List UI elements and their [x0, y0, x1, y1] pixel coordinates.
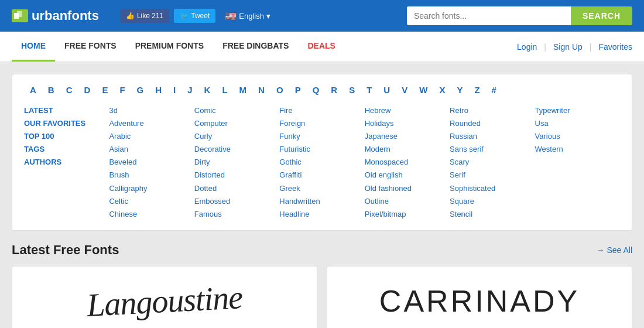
- cat-old-english[interactable]: Old english: [365, 169, 450, 182]
- alpha-c[interactable]: C: [60, 84, 78, 96]
- like-button[interactable]: 👍 Like 211: [120, 9, 169, 23]
- tags-link[interactable]: TAGS: [24, 143, 109, 156]
- cat-japanese[interactable]: Japanese: [365, 130, 450, 143]
- alpha-e[interactable]: E: [96, 84, 114, 96]
- top100-link[interactable]: TOP 100: [24, 130, 109, 143]
- cat-brush[interactable]: Brush: [109, 169, 194, 182]
- language-selector[interactable]: 🇺🇸 English ▾: [225, 11, 270, 22]
- alpha-i[interactable]: I: [167, 84, 181, 96]
- cat-western[interactable]: Western: [535, 143, 620, 156]
- cat-computer[interactable]: Computer: [194, 117, 279, 130]
- cat-gothic[interactable]: Gothic: [279, 156, 364, 169]
- cat-pixel-bitmap[interactable]: Pixel/bitmap: [365, 208, 450, 221]
- nav-item-premium-fonts[interactable]: PREMIUM FONTS: [126, 32, 213, 62]
- cat-graffiti[interactable]: Graffiti: [279, 169, 364, 182]
- logo[interactable]: urbanfonts: [12, 8, 99, 23]
- alpha-j[interactable]: J: [181, 84, 198, 96]
- cat-decorative[interactable]: Decorative: [194, 143, 279, 156]
- alpha-p[interactable]: P: [289, 84, 307, 96]
- cat-russian[interactable]: Russian: [450, 130, 535, 143]
- login-link[interactable]: Login: [517, 42, 537, 52]
- cat-rounded[interactable]: Rounded: [450, 117, 535, 130]
- cat-holidays[interactable]: Holidays: [365, 117, 450, 130]
- cat-futuristic[interactable]: Futuristic: [279, 143, 364, 156]
- cat-monospaced[interactable]: Monospaced: [365, 156, 450, 169]
- alpha-s[interactable]: S: [343, 84, 361, 96]
- alpha-m[interactable]: M: [234, 84, 253, 96]
- cat-stencil[interactable]: Stencil: [450, 208, 535, 221]
- cat-various[interactable]: Various: [535, 130, 620, 143]
- cat-modern[interactable]: Modern: [365, 143, 450, 156]
- cat-famous[interactable]: Famous: [194, 208, 279, 221]
- alpha-a[interactable]: A: [24, 84, 42, 96]
- cat-hebrew[interactable]: Hebrew: [365, 104, 450, 117]
- alpha-hash[interactable]: #: [486, 84, 502, 96]
- cat-foreign[interactable]: Foreign: [279, 117, 364, 130]
- latest-link[interactable]: LATEST: [24, 104, 109, 117]
- cat-typewriter[interactable]: Typewriter: [535, 104, 620, 117]
- alpha-g[interactable]: G: [131, 84, 150, 96]
- cat-greek[interactable]: Greek: [279, 182, 364, 195]
- font-card-langoustine[interactable]: Langoustine: [12, 266, 317, 328]
- nav-item-free-fonts[interactable]: FREE FONTS: [55, 32, 126, 62]
- alpha-f[interactable]: F: [114, 84, 131, 96]
- tweet-button[interactable]: 🐦 Tweet: [174, 9, 215, 23]
- font-card-carrinady[interactable]: CARRINADY: [327, 266, 632, 328]
- cat-scary[interactable]: Scary: [450, 156, 535, 169]
- alpha-u[interactable]: U: [378, 84, 396, 96]
- cat-distorted[interactable]: Distorted: [194, 169, 279, 182]
- alpha-t[interactable]: T: [361, 84, 378, 96]
- cat-3d[interactable]: 3d: [109, 104, 194, 117]
- our-favorites-link[interactable]: OUR FAVORITES: [24, 117, 109, 130]
- cat-dotted[interactable]: Dotted: [194, 182, 279, 195]
- alpha-y[interactable]: Y: [451, 84, 468, 96]
- authors-link[interactable]: AUTHORS: [24, 156, 109, 169]
- cat-embossed[interactable]: Embossed: [194, 195, 279, 208]
- cat-handwritten[interactable]: Handwritten: [279, 195, 364, 208]
- cat-dirty[interactable]: Dirty: [194, 156, 279, 169]
- category-col-2: Comic Computer Curly Decorative Dirty Di…: [194, 104, 279, 221]
- search-input[interactable]: [407, 6, 571, 25]
- cat-serif[interactable]: Serif: [450, 169, 535, 182]
- cat-arabic[interactable]: Arabic: [109, 130, 194, 143]
- cat-fire[interactable]: Fire: [279, 104, 364, 117]
- alpha-o[interactable]: O: [270, 84, 289, 96]
- cat-square[interactable]: Square: [450, 195, 535, 208]
- alpha-v[interactable]: V: [396, 84, 413, 96]
- cat-sophisticated[interactable]: Sophisticated: [450, 182, 535, 195]
- cat-celtic[interactable]: Celtic: [109, 195, 194, 208]
- cat-outline[interactable]: Outline: [365, 195, 450, 208]
- alpha-w[interactable]: W: [413, 84, 433, 96]
- cat-sans-serif[interactable]: Sans serif: [450, 143, 535, 156]
- nav-item-deals[interactable]: DEALS: [298, 32, 344, 62]
- font-preview-langoustine: Langoustine: [86, 278, 244, 324]
- alpha-h[interactable]: H: [149, 84, 167, 96]
- cat-asian[interactable]: Asian: [109, 143, 194, 156]
- alpha-z[interactable]: Z: [468, 84, 485, 96]
- alpha-x[interactable]: X: [433, 84, 451, 96]
- nav-item-home[interactable]: HOME: [12, 32, 55, 62]
- cat-funky[interactable]: Funky: [279, 130, 364, 143]
- alpha-l[interactable]: L: [216, 84, 233, 96]
- favorites-link[interactable]: Favorites: [598, 42, 632, 52]
- cat-retro[interactable]: Retro: [450, 104, 535, 117]
- alpha-n[interactable]: N: [252, 84, 270, 96]
- search-button[interactable]: SEARCH: [571, 6, 632, 25]
- alpha-k[interactable]: K: [198, 84, 217, 96]
- alpha-q[interactable]: Q: [307, 84, 326, 96]
- cat-usa[interactable]: Usa: [535, 117, 620, 130]
- cat-beveled[interactable]: Beveled: [109, 156, 194, 169]
- cat-curly[interactable]: Curly: [194, 130, 279, 143]
- nav-item-free-dingbats[interactable]: FREE DINGBATS: [213, 32, 298, 62]
- cat-old-fashioned[interactable]: Old fashioned: [365, 182, 450, 195]
- cat-chinese[interactable]: Chinese: [109, 208, 194, 221]
- cat-adventure[interactable]: Adventure: [109, 117, 194, 130]
- see-all-link[interactable]: → See All: [597, 245, 632, 255]
- signup-link[interactable]: Sign Up: [553, 42, 583, 52]
- alpha-d[interactable]: D: [78, 84, 97, 96]
- cat-comic[interactable]: Comic: [194, 104, 279, 117]
- alpha-r[interactable]: R: [325, 84, 343, 96]
- cat-calligraphy[interactable]: Calligraphy: [109, 182, 194, 195]
- cat-headline[interactable]: Headline: [279, 208, 364, 221]
- alpha-b[interactable]: B: [42, 84, 60, 96]
